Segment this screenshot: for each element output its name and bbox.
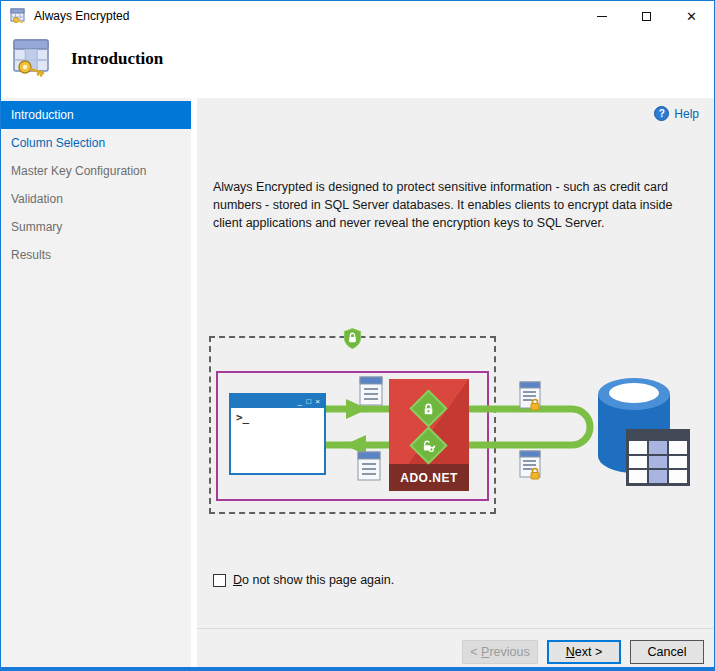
intro-description: Always Encrypted is designed to protect … xyxy=(213,178,699,232)
content-panel: ? Help Always Encrypted is designed to p… xyxy=(197,98,715,668)
footer-buttons: < Previous Next > Cancel xyxy=(1,640,704,664)
encrypted-doc-icon xyxy=(519,381,543,411)
cancel-button[interactable]: Cancel xyxy=(630,640,704,664)
close-icon: ✕ xyxy=(686,10,697,23)
always-encrypted-diagram: _ □ × >_ ADO.NET xyxy=(207,328,711,528)
client-app-titlebar: _ □ × xyxy=(231,395,324,408)
help-link[interactable]: ? Help xyxy=(654,106,699,121)
close-button[interactable]: ✕ xyxy=(669,1,714,31)
sidebar-item-results[interactable]: Results xyxy=(1,241,191,269)
table-key-icon-large xyxy=(12,38,52,78)
wizard-steps-sidebar: Introduction Column Selection Master Key… xyxy=(1,98,191,668)
sidebar-item-column-selection[interactable]: Column Selection xyxy=(1,129,191,157)
sidebar-item-introduction[interactable]: Introduction xyxy=(1,101,191,129)
always-encrypted-wizard-window: Always Encrypted ✕ Introduction Introduc… xyxy=(0,0,715,671)
page-title: Introduction xyxy=(71,49,163,69)
footer-divider xyxy=(197,628,715,629)
minimize-button[interactable] xyxy=(579,1,624,31)
title-bar: Always Encrypted ✕ xyxy=(1,1,714,31)
checkbox-box[interactable] xyxy=(213,574,226,587)
encrypted-doc-icon xyxy=(519,450,543,480)
next-button[interactable]: Next > xyxy=(547,640,621,664)
help-icon: ? xyxy=(654,106,669,121)
table-key-icon xyxy=(10,8,26,24)
maximize-icon xyxy=(642,12,651,21)
sidebar-item-validation[interactable]: Validation xyxy=(1,185,191,213)
window-title: Always Encrypted xyxy=(34,9,129,23)
adonet-label: ADO.NET xyxy=(389,464,469,491)
previous-button[interactable]: < Previous xyxy=(462,640,538,664)
do-not-show-again-checkbox[interactable]: Do not show this page again. xyxy=(213,573,394,587)
checkbox-label: Do not show this page again. xyxy=(233,573,394,587)
table-grid-icon xyxy=(626,429,690,486)
plaintext-doc-icon xyxy=(357,451,381,481)
console-prompt: >_ xyxy=(231,408,324,424)
sidebar-item-master-key-configuration[interactable]: Master Key Configuration xyxy=(1,157,191,185)
plaintext-doc-icon xyxy=(359,376,383,406)
maximize-button[interactable] xyxy=(624,1,669,31)
client-app-window: _ □ × >_ xyxy=(229,393,326,475)
sidebar-item-summary[interactable]: Summary xyxy=(1,213,191,241)
wizard-header: Introduction xyxy=(1,31,714,98)
minimize-icon xyxy=(597,16,607,17)
